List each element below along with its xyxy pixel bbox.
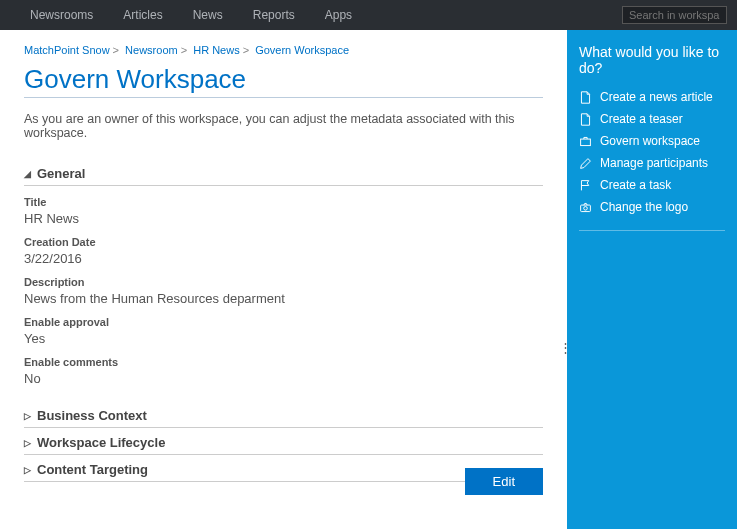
- action-label: Change the logo: [600, 200, 688, 214]
- action-sidebar: What would you like to do? Create a news…: [567, 30, 737, 529]
- caret-right-icon: ▷: [24, 411, 31, 421]
- intro-text: As you are an owner of this workspace, y…: [24, 112, 543, 140]
- field-comments-label: Enable comments: [24, 356, 543, 368]
- field-creation-label: Creation Date: [24, 236, 543, 248]
- action-create-news[interactable]: Create a news article: [579, 86, 725, 108]
- nav-articles[interactable]: Articles: [123, 8, 162, 22]
- section-targeting-label: Content Targeting: [37, 462, 148, 477]
- action-change-logo[interactable]: Change the logo: [579, 196, 725, 218]
- top-navigation: Newsrooms Articles News Reports Apps: [0, 0, 737, 30]
- action-create-task[interactable]: Create a task: [579, 174, 725, 196]
- document-icon: [579, 91, 592, 104]
- action-govern-workspace[interactable]: Govern workspace: [579, 130, 725, 152]
- field-comments-value: No: [24, 371, 543, 386]
- field-desc-value: News from the Human Resources deparment: [24, 291, 543, 306]
- action-label: Govern workspace: [600, 134, 700, 148]
- caret-right-icon: ▷: [24, 438, 31, 448]
- nav-news[interactable]: News: [193, 8, 223, 22]
- briefcase-icon: [579, 135, 592, 148]
- section-workspace-lifecycle[interactable]: ▷ Workspace Lifecycle: [24, 429, 543, 455]
- action-manage-participants[interactable]: Manage participants: [579, 152, 725, 174]
- field-creation-value: 3/22/2016: [24, 251, 543, 266]
- camera-icon: [579, 201, 592, 214]
- edit-button[interactable]: Edit: [465, 468, 543, 495]
- pencil-icon: [579, 157, 592, 170]
- search-input[interactable]: [622, 6, 727, 24]
- field-approval-label: Enable approval: [24, 316, 543, 328]
- svg-rect-0: [581, 139, 591, 146]
- nav-newsrooms[interactable]: Newsrooms: [30, 8, 93, 22]
- breadcrumb-hrnews[interactable]: HR News: [193, 44, 239, 56]
- field-title-value: HR News: [24, 211, 543, 226]
- action-label: Create a news article: [600, 90, 713, 104]
- section-lifecycle-label: Workspace Lifecycle: [37, 435, 165, 450]
- breadcrumb-root[interactable]: MatchPoint Snow: [24, 44, 110, 56]
- field-title-label: Title: [24, 196, 543, 208]
- title-underline: [24, 97, 543, 98]
- section-general[interactable]: ◢ General: [24, 160, 543, 186]
- breadcrumb-newsroom[interactable]: Newsroom: [125, 44, 178, 56]
- top-nav-items: Newsrooms Articles News Reports Apps: [30, 8, 352, 22]
- nav-apps[interactable]: Apps: [325, 8, 352, 22]
- section-business-context[interactable]: ▷ Business Context: [24, 402, 543, 428]
- nav-reports[interactable]: Reports: [253, 8, 295, 22]
- svg-point-2: [584, 206, 588, 210]
- caret-right-icon: ▷: [24, 465, 31, 475]
- main-content: MatchPoint Snow> Newsroom> HR News> Gove…: [0, 30, 567, 529]
- section-general-label: General: [37, 166, 85, 181]
- action-label: Create a teaser: [600, 112, 683, 126]
- sidebar-divider: [579, 230, 725, 231]
- page-title: Govern Workspace: [24, 64, 543, 95]
- breadcrumb-current[interactable]: Govern Workspace: [255, 44, 349, 56]
- sidebar-title: What would you like to do?: [579, 44, 725, 76]
- action-label: Create a task: [600, 178, 671, 192]
- field-approval-value: Yes: [24, 331, 543, 346]
- caret-down-icon: ◢: [24, 169, 31, 179]
- action-create-teaser[interactable]: Create a teaser: [579, 108, 725, 130]
- action-label: Manage participants: [600, 156, 708, 170]
- breadcrumb: MatchPoint Snow> Newsroom> HR News> Gove…: [24, 44, 543, 56]
- document-icon: [579, 113, 592, 126]
- search-container: [622, 6, 727, 24]
- section-business-label: Business Context: [37, 408, 147, 423]
- flag-icon: [579, 179, 592, 192]
- field-desc-label: Description: [24, 276, 543, 288]
